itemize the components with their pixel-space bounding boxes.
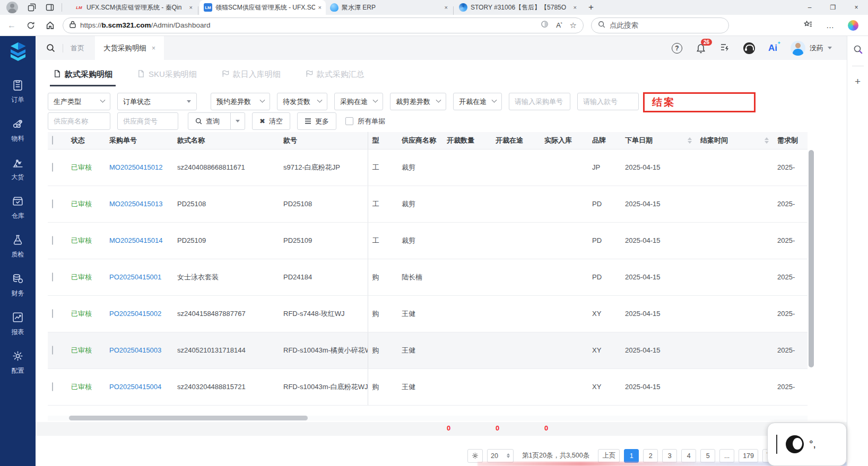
- home-icon[interactable]: [42, 18, 57, 33]
- column-header-7[interactable]: 开裁数量: [442, 132, 491, 149]
- row-checkbox[interactable]: [52, 236, 53, 245]
- filter-select-1[interactable]: 生产类型: [48, 93, 110, 110]
- close-button[interactable]: ×: [845, 0, 868, 15]
- filter-select-5[interactable]: 采购在途: [334, 93, 383, 110]
- tab-close-icon[interactable]: ×: [152, 45, 155, 52]
- table-settings-gear-icon[interactable]: [467, 449, 483, 463]
- table-row[interactable]: 已审核MO20250415012sz2404088668811671s9712-…: [48, 149, 808, 186]
- horizontal-scrollbar[interactable]: [48, 416, 808, 421]
- page-button-2[interactable]: 2: [643, 449, 658, 463]
- column-header-8[interactable]: 开裁在途: [491, 132, 540, 149]
- column-header-3[interactable]: 款式名称: [173, 132, 279, 149]
- page-button-1[interactable]: 1: [624, 449, 639, 463]
- cell-po[interactable]: PO20250415002: [105, 295, 173, 332]
- task-flash-icon[interactable]: [719, 42, 730, 55]
- column-header-12[interactable]: 结案时间: [696, 132, 773, 149]
- sidebar-add-icon[interactable]: +: [855, 76, 861, 87]
- tab-home[interactable]: 首页: [71, 43, 84, 53]
- column-header-6[interactable]: 供应商名称: [397, 132, 442, 149]
- tracking-prevention-icon[interactable]: [541, 20, 549, 30]
- browser-profile-avatar[interactable]: [6, 2, 18, 13]
- sidebar-item-finance[interactable]: 财务: [0, 272, 36, 298]
- tab-dahuo-caigou-mingxi[interactable]: 大货采购明细 ×: [95, 36, 164, 60]
- subtab-2[interactable]: SKU采购明细: [137, 69, 197, 86]
- row-checkbox[interactable]: [52, 309, 53, 318]
- row-checkbox[interactable]: [52, 163, 53, 172]
- supplier-name-field[interactable]: [48, 117, 110, 125]
- tab-actions-icon[interactable]: [46, 3, 54, 12]
- column-header-1[interactable]: 状态: [67, 132, 105, 149]
- sidebar-item-production[interactable]: 大货: [0, 156, 36, 182]
- filter-select-3[interactable]: 预约差异数: [211, 93, 270, 110]
- pen-input-widget[interactable]: °,: [767, 423, 847, 466]
- tab-close-icon[interactable]: ×: [189, 4, 193, 11]
- checkbox[interactable]: [345, 117, 353, 125]
- last-page-button[interactable]: 179: [739, 449, 758, 463]
- sidebar-item-warehouse[interactable]: 仓库: [0, 195, 36, 221]
- browser-tab-3[interactable]: 聚水潭 ERP×: [326, 0, 452, 15]
- sort-icon[interactable]: [765, 137, 769, 144]
- style-number-input[interactable]: [577, 93, 639, 110]
- filter-select-6[interactable]: 裁剪差异数: [390, 93, 446, 110]
- sort-icon[interactable]: [688, 137, 692, 144]
- favorite-star-icon[interactable]: ☆: [570, 21, 577, 30]
- filter-select-2[interactable]: 订单状态: [117, 93, 197, 110]
- supplier-name-input[interactable]: [48, 112, 110, 130]
- page-button-5[interactable]: 5: [700, 449, 715, 463]
- subtab-4[interactable]: 款式采购汇总: [305, 69, 364, 86]
- notifications-bell-icon[interactable]: 26: [696, 43, 706, 54]
- sidebar-search-icon[interactable]: [853, 45, 863, 56]
- read-aloud-icon[interactable]: Aˢ: [556, 21, 562, 29]
- clear-button[interactable]: ✖清空: [252, 112, 290, 130]
- row-checkbox[interactable]: [52, 199, 53, 208]
- search-options-caret[interactable]: [230, 113, 245, 129]
- user-menu[interactable]: 没药: [791, 41, 832, 56]
- table-row[interactable]: 已审核PO20250415004sz2403204488815721RFD-s1…: [48, 368, 808, 405]
- refresh-icon[interactable]: [23, 18, 38, 33]
- filter-select-7[interactable]: 开裁在途: [453, 93, 502, 110]
- subtab-3[interactable]: 款日入库明细: [221, 69, 281, 86]
- row-checkbox[interactable]: [52, 346, 53, 355]
- page-button-4[interactable]: 4: [681, 449, 696, 463]
- column-header-5[interactable]: 型: [368, 132, 397, 149]
- sidebar-item-order[interactable]: 订单: [0, 78, 36, 104]
- row-checkbox[interactable]: [52, 272, 53, 282]
- back-icon[interactable]: ←: [4, 18, 19, 33]
- page-ellipsis[interactable]: ...: [719, 449, 734, 463]
- help-icon[interactable]: ?: [672, 43, 682, 54]
- browser-tab-4[interactable]: STORY #31006【售后】【5785O×: [455, 0, 581, 15]
- table-row[interactable]: 已审核MO20250415013PD25108PD25108工裁剪PD2025-…: [48, 186, 808, 222]
- table-row[interactable]: 已审核MO20250415014PD25109PD25109工裁剪PD2025-…: [48, 222, 808, 259]
- vertical-scrollbar[interactable]: [809, 150, 814, 405]
- favorites-list-icon[interactable]: [803, 20, 812, 31]
- column-header-9[interactable]: 实际入库: [540, 132, 588, 149]
- column-header-4[interactable]: 款号: [279, 132, 368, 149]
- select-all-checkbox[interactable]: [52, 136, 53, 145]
- cell-po[interactable]: MO20250415012: [105, 149, 173, 186]
- style-number-field[interactable]: [578, 98, 638, 105]
- row-checkbox[interactable]: [52, 382, 53, 391]
- app-search-icon[interactable]: [46, 43, 55, 52]
- po-number-field[interactable]: [509, 98, 570, 105]
- tab-close-icon[interactable]: ×: [445, 4, 448, 11]
- cell-po[interactable]: PO20250415004: [105, 368, 173, 405]
- tab-close-icon[interactable]: ×: [574, 4, 577, 11]
- cell-po[interactable]: MO20250415013: [105, 186, 173, 222]
- table-row[interactable]: 已审核PO20250415002sz2404158487887767RFD-s7…: [48, 295, 808, 332]
- supplier-sku-input[interactable]: [117, 112, 178, 130]
- page-button-3[interactable]: 3: [662, 449, 677, 463]
- app-logo[interactable]: [6, 40, 30, 66]
- more-button[interactable]: 更多: [297, 112, 336, 130]
- browser-tab-1[interactable]: LMUFX.SCM供应链管理系统 - 秦Qin×: [71, 0, 197, 15]
- filter-select-4[interactable]: 待发货数: [277, 93, 327, 110]
- column-header-11[interactable]: 下单日期: [621, 132, 696, 149]
- prev-page-button[interactable]: 上页: [598, 449, 620, 463]
- browser-tab-2[interactable]: LM领猫SCM供应链管理系统 - UFX.SC×: [199, 0, 326, 15]
- quick-search-box[interactable]: [591, 17, 729, 33]
- copilot-icon[interactable]: [848, 20, 858, 31]
- table-row[interactable]: 已审核PO20250415001女士泳衣套装PD24184购陆长楠PD2025-…: [48, 259, 808, 295]
- new-tab-button[interactable]: +: [588, 2, 594, 13]
- sidebar-item-material[interactable]: 物料: [0, 117, 36, 143]
- cell-po[interactable]: PO20250415001: [105, 259, 173, 295]
- cell-po[interactable]: PO20250415003: [105, 332, 173, 368]
